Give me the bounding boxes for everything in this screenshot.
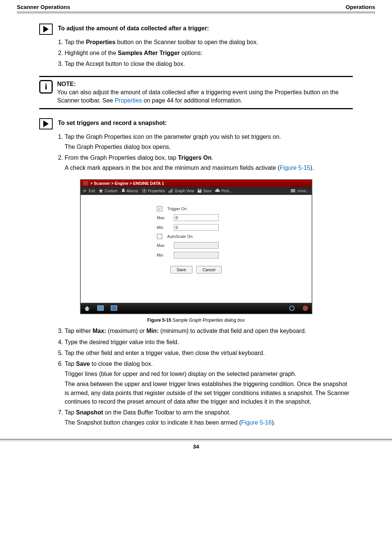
note-body: NOTE: You can also adjust the amount of … (57, 80, 353, 105)
custom-button[interactable]: Custom (99, 189, 117, 193)
alarms-button[interactable]: Alarms (121, 189, 138, 193)
svg-point-5 (143, 190, 145, 192)
window-icon[interactable] (97, 305, 104, 311)
svg-rect-13 (291, 189, 295, 190)
properties-link[interactable]: Properties (115, 97, 142, 104)
svg-rect-17 (98, 306, 104, 310)
autoscale-min-field (174, 252, 219, 258)
svg-rect-11 (215, 190, 220, 192)
print-icon (215, 189, 220, 193)
gear-icon (142, 189, 146, 193)
svg-marker-0 (43, 26, 49, 33)
procedure-steps: Tap the Properties button on the Scanner… (58, 38, 353, 68)
app-titlebar: > Scanner > Engine > ENGINE DATA 1 (81, 180, 312, 187)
footer-divider (0, 439, 392, 441)
svg-marker-16 (84, 306, 90, 311)
page-number: 34 (17, 443, 375, 450)
trigger-on-checkbox[interactable]: ✓ (157, 206, 162, 211)
max-label: Max (157, 215, 170, 220)
bell-icon (121, 189, 125, 193)
help-icon[interactable] (302, 305, 309, 311)
autoscale-checkbox[interactable] (157, 234, 162, 239)
play-icon (39, 24, 53, 35)
svg-point-19 (290, 306, 294, 310)
svg-point-20 (303, 306, 308, 311)
print-button[interactable]: Print... (215, 189, 232, 193)
home-icon[interactable] (84, 305, 90, 311)
max-label-2: Max (157, 243, 170, 248)
svg-marker-1 (43, 120, 49, 127)
header-right: Operations (346, 4, 375, 10)
svg-rect-12 (216, 189, 219, 190)
exit-button[interactable]: Exit (83, 189, 95, 193)
figure-ref-link[interactable]: Figure 5-16 (241, 419, 272, 426)
list-icon[interactable] (111, 305, 117, 311)
procedure-steps: Tap the Graph Properties icon on the par… (58, 132, 353, 172)
graphview-button[interactable]: Graph View (169, 189, 194, 193)
procedure-title: To set triggers and record a snapshot: (58, 120, 167, 126)
svg-rect-14 (291, 190, 295, 191)
svg-rect-6 (169, 191, 169, 193)
app-toolbar: Exit Custom Alarms Properties (81, 187, 312, 195)
disk-icon (198, 189, 201, 193)
trigger-on-label: Trigger On (167, 206, 187, 211)
app-taskbar (81, 303, 312, 313)
more-button[interactable]: .more... (291, 189, 309, 193)
header-divider (17, 12, 375, 14)
procedure-title: To adjust the amount of data collected a… (58, 25, 209, 32)
dialog-save-button[interactable]: Save (170, 266, 192, 273)
svg-rect-2 (83, 181, 88, 186)
refresh-icon[interactable] (288, 305, 295, 311)
properties-button[interactable]: Properties (142, 189, 165, 193)
header-left: Scanner Operations (17, 4, 70, 10)
svg-rect-15 (291, 192, 295, 192)
figure-caption: Figure 5-15 Sample Graph Properties dial… (80, 318, 312, 323)
min-label-2: Min (157, 253, 170, 257)
star-icon (99, 189, 103, 193)
more-icon (291, 189, 295, 192)
autoscale-label: AutoScale On (167, 234, 193, 239)
info-icon: i (39, 80, 53, 94)
procedure-steps-cont: Tap either Max: (maximum) or Min: (minim… (58, 327, 353, 427)
min-label: Min (157, 225, 170, 230)
play-icon (39, 118, 53, 129)
svg-marker-3 (99, 189, 103, 193)
max-field[interactable] (174, 214, 219, 221)
svg-rect-7 (170, 190, 171, 193)
svg-rect-10 (198, 189, 201, 190)
autoscale-max-field (174, 242, 219, 249)
figure-5-15: > Scanner > Engine > ENGINE DATA 1 Exit … (80, 180, 312, 323)
figure-ref-link[interactable]: Figure 5-15 (280, 165, 310, 171)
dialog-cancel-button[interactable]: Cancel (196, 266, 222, 273)
svg-rect-8 (172, 189, 172, 193)
min-field[interactable] (174, 224, 219, 231)
svg-rect-18 (111, 306, 117, 310)
save-button[interactable]: Save (198, 189, 212, 193)
app-icon (83, 181, 88, 186)
graph-icon (169, 189, 173, 193)
